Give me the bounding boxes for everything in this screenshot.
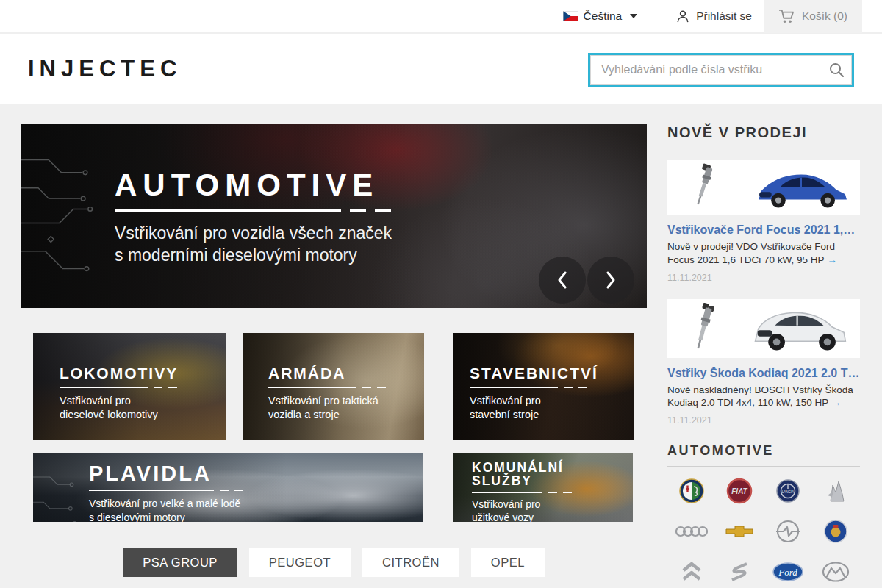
product-image-link[interactable] — [667, 160, 860, 215]
tile-subtitle: Vstřikování prodieselové lokomotivy — [60, 394, 226, 422]
ford-focus-image — [751, 165, 853, 210]
alfa-romeo-icon — [678, 478, 705, 504]
tile-title: ARMÁDA — [268, 365, 424, 381]
brand-logo-mazda[interactable] — [820, 558, 852, 586]
product-title-link[interactable]: Vstřikovače Ford Focus 2021 1,6 TDCi 70 … — [667, 223, 860, 237]
svg-text:Ford: Ford — [778, 567, 797, 578]
carousel-next-button[interactable] — [587, 257, 634, 304]
sidebar: NOVĚ V PRODEJI — [667, 124, 860, 588]
tile-title: KOMUNÁLNÍSLUŽBY — [472, 461, 633, 488]
chevrolet-icon — [725, 526, 754, 537]
signin-label: Přihlásit se — [696, 10, 752, 23]
tile-underline — [89, 490, 423, 491]
topbar: Čeština Přihlásit se Košík (0) — [0, 0, 882, 34]
product-image-link[interactable] — [667, 299, 860, 358]
site-logo[interactable]: INJECTEC — [28, 56, 182, 82]
injector-image — [675, 302, 732, 355]
tile-title: STAVEBNICTVÍ — [470, 365, 634, 381]
tile-lokomotivy[interactable]: LOKOMOTIVY Vstřikování prodieselové loko… — [33, 333, 226, 440]
lancia-icon: LANCIA — [775, 478, 801, 504]
header: INJECTEC — [0, 34, 882, 104]
brand-logo-citroen[interactable] — [675, 558, 708, 586]
filter-button-citroen[interactable]: CITROËN — [362, 548, 459, 577]
brand-logo-opel[interactable] — [772, 517, 804, 545]
audi-icon — [675, 524, 708, 539]
brand-logo-fiat[interactable]: FIAT — [723, 477, 756, 505]
arrow-right-icon[interactable]: → — [831, 397, 842, 408]
product-date: 11.11.2021 — [667, 273, 860, 283]
signin-button[interactable]: Přihlásit se — [675, 9, 752, 24]
product-description: Nově v prodeji! VDO Vstřikovače Ford Foc… — [667, 240, 860, 267]
citroen-icon — [678, 559, 705, 584]
chevron-down-icon — [630, 14, 637, 18]
automotive-heading: AUTOMOTIVE — [667, 443, 860, 459]
carousel-prev-button[interactable] — [539, 257, 586, 304]
tile-armada[interactable]: ARMÁDA Vstřikování pro taktickávozidla a… — [243, 333, 424, 440]
hero-text: AUTOMOTIVE Vstřikování pro vozidla všech… — [115, 170, 392, 267]
tile-subtitle: Vstřikování proužitkové vozy — [472, 498, 633, 522]
fiat-icon: FIAT — [726, 478, 753, 504]
language-label: Čeština — [584, 10, 623, 23]
opel-icon — [775, 518, 801, 545]
mazda-icon — [822, 561, 850, 583]
injector-image — [675, 163, 732, 212]
tile-underline — [470, 387, 634, 388]
tile-subtitle: Vstřikování pro velké a malé loděs diese… — [89, 497, 423, 522]
peugeot-icon — [823, 478, 848, 504]
hero-title: AUTOMOTIVE — [115, 170, 392, 201]
brand-logo-ford[interactable]: Ford — [772, 558, 804, 586]
hero-subtitle: Vstřikování pro vozidla všech značek s m… — [115, 222, 392, 267]
filter-button-peugeot[interactable]: PEUGEOT — [249, 548, 351, 577]
top-section: Čeština Přihlásit se Košík (0) INJECTEC — [0, 0, 882, 104]
circuit-decoration — [33, 459, 92, 522]
cart-icon — [778, 9, 795, 24]
tile-komunalni-sluzby[interactable]: KOMUNÁLNÍSLUŽBY Vstřikování proužitkové … — [453, 453, 633, 522]
brand-logo-grid: FIAT LANCIA — [667, 477, 860, 588]
saab-icon — [823, 519, 848, 544]
arrow-right-icon[interactable]: → — [827, 254, 837, 265]
search-button[interactable] — [828, 61, 845, 79]
brand-logo-chevrolet[interactable] — [723, 517, 756, 545]
tile-title: PLAVIDLA — [89, 462, 423, 484]
filter-button-psa-group[interactable]: PSA GROUP — [123, 548, 237, 577]
magnifier-icon — [828, 61, 845, 79]
search-input[interactable] — [590, 55, 852, 85]
brand-logo-alfa-romeo[interactable] — [675, 477, 708, 505]
category-tiles: LOKOMOTIVY Vstřikování prodieselové loko… — [33, 333, 634, 522]
brand-logo-suzuki[interactable] — [723, 558, 756, 586]
hero-banner-automotive[interactable]: AUTOMOTIVE Vstřikování pro vozidla všech… — [21, 124, 647, 308]
tile-underline — [60, 387, 226, 388]
news-heading: NOVĚ V PRODEJI — [667, 124, 860, 141]
brand-logo-audi[interactable] — [675, 517, 708, 545]
main-content: AUTOMOTIVE Vstřikování pro vozidla všech… — [0, 104, 882, 588]
tile-plavidla[interactable]: PLAVIDLA Vstřikování pro velké a malé lo… — [33, 453, 423, 522]
circuit-decoration — [21, 139, 119, 293]
chevron-right-icon — [604, 270, 617, 290]
chevron-left-icon — [556, 270, 569, 290]
product-card-skoda-kodiaq: Vstřiky Škoda Kodiaq 2021 2.0 TDI 4x4, 1… — [667, 299, 860, 426]
suzuki-icon — [727, 559, 752, 584]
tile-title: LOKOMOTIVY — [60, 365, 226, 381]
cart-button[interactable]: Košík (0) — [764, 0, 862, 33]
ford-icon: Ford — [772, 562, 803, 581]
brand-logo-peugeot[interactable] — [820, 477, 852, 505]
product-card-ford-focus: Vstřikovače Ford Focus 2021 1,6 TDCi 70 … — [667, 160, 860, 283]
heading-divider — [667, 466, 860, 467]
product-title-link[interactable]: Vstřiky Škoda Kodiaq 2021 2.0 TDI 4x4, 1… — [667, 367, 860, 380]
language-selector[interactable]: Čeština — [563, 10, 638, 23]
tile-underline — [268, 387, 424, 388]
product-date: 11.11.2021 — [667, 415, 860, 426]
tile-subtitle: Vstřikování pro taktickávozidla a stroje — [268, 394, 424, 422]
left-column: AUTOMOTIVE Vstřikování pro vozidla všech… — [21, 124, 647, 588]
person-icon — [675, 9, 690, 24]
brand-filter-buttons: PSA GROUP PEUGEOT CITROËN OPEL — [21, 548, 647, 577]
czech-flag-icon — [563, 11, 578, 21]
product-description: Nově naskladněny! BOSCH Vstřiky Škoda Ko… — [667, 384, 860, 410]
brand-logo-saab[interactable] — [820, 517, 852, 545]
search-box — [590, 55, 852, 85]
tile-underline — [472, 492, 633, 493]
tiles-row-1: LOKOMOTIVY Vstřikování prodieselové loko… — [33, 333, 634, 440]
tile-stavebnictvi[interactable]: STAVEBNICTVÍ Vstřikování prostavební str… — [453, 333, 634, 440]
brand-logo-lancia[interactable]: LANCIA — [772, 477, 804, 505]
filter-button-opel[interactable]: OPEL — [471, 548, 545, 577]
